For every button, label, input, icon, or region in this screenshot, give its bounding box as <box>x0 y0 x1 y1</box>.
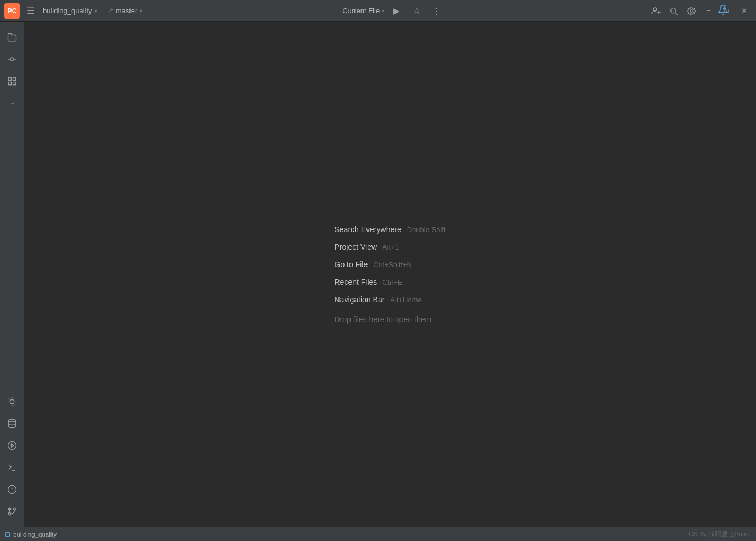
svg-point-0 <box>653 8 657 11</box>
search-button[interactable] <box>666 3 681 19</box>
svg-rect-12 <box>13 82 15 85</box>
svg-point-21 <box>8 442 16 450</box>
more-options-button[interactable]: ⋮ <box>428 3 444 19</box>
project-chevron-icon: ▾ <box>94 8 97 14</box>
folder-icon[interactable] <box>2 27 22 47</box>
problems-icon[interactable] <box>2 480 22 499</box>
svg-point-28 <box>13 508 16 510</box>
project-name: building_quality <box>43 7 92 15</box>
svg-line-17 <box>14 404 15 405</box>
minimize-button[interactable]: − <box>701 3 716 19</box>
plugins-icon[interactable] <box>2 71 22 91</box>
svg-marker-22 <box>11 444 14 447</box>
navigation-bar-item[interactable]: Navigation Bar Alt+Home <box>335 295 446 304</box>
svg-rect-9 <box>8 77 11 80</box>
titlebar-right: − □ ✕ <box>648 3 752 19</box>
sidebar: ··· <box>0 22 24 527</box>
recent-files-item[interactable]: Recent Files Ctrl+E <box>335 278 446 286</box>
svg-point-5 <box>690 10 692 12</box>
svg-point-3 <box>671 8 676 13</box>
svg-line-16 <box>9 398 9 399</box>
close-button[interactable]: ✕ <box>736 3 752 19</box>
branch-selector[interactable]: ⎇ master ▾ <box>106 7 143 15</box>
services-icon[interactable] <box>2 392 22 412</box>
goto-file-item[interactable]: Go to File Ctrl+Shift+N <box>335 260 446 269</box>
search-everywhere-item[interactable]: Search Everywhere Double Shift <box>335 225 446 234</box>
branch-icon: ⎇ <box>106 7 114 15</box>
vcs-icon[interactable] <box>2 501 22 521</box>
hamburger-menu-icon[interactable]: ☰ <box>24 4 37 18</box>
watermark: CSDN @阿里山Paris. <box>689 530 751 538</box>
svg-point-20 <box>8 420 16 422</box>
notification-bell[interactable] <box>718 4 729 18</box>
current-file-selector[interactable]: Current File ▾ <box>342 7 385 15</box>
current-file-chevron-icon: ▾ <box>382 8 385 14</box>
statusbar: building_quality CSDN @阿里山Paris. <box>0 527 756 541</box>
main-layout: ··· <box>0 22 756 527</box>
svg-rect-11 <box>8 82 11 85</box>
svg-point-13 <box>10 399 14 404</box>
star-button[interactable]: ☆ <box>409 3 424 19</box>
titlebar-center: Current File ▾ ▶ ☆ ⋮ <box>142 3 644 19</box>
settings-button[interactable] <box>684 3 699 19</box>
git-commit-icon[interactable] <box>2 49 22 69</box>
titlebar: PC ☰ building_quality ▾ ⎇ master ▾ Curre… <box>0 0 756 22</box>
app-logo: PC <box>4 3 20 19</box>
database-icon[interactable] <box>2 414 22 433</box>
run-button[interactable]: ▶ <box>389 3 404 19</box>
project-selector[interactable]: building_quality ▾ <box>43 7 97 15</box>
terminal-icon[interactable] <box>2 458 22 477</box>
run-config-icon[interactable] <box>2 436 22 455</box>
project-view-item[interactable]: Project View Alt+1 <box>335 243 446 251</box>
branch-name: master <box>116 7 138 15</box>
more-tools-icon[interactable]: ··· <box>2 93 22 113</box>
svg-rect-10 <box>13 77 15 80</box>
svg-point-6 <box>10 58 14 61</box>
current-file-label: Current File <box>342 7 380 15</box>
welcome-panel: Search Everywhere Double Shift Project V… <box>335 225 446 324</box>
svg-point-29 <box>8 512 11 515</box>
add-user-button[interactable] <box>648 3 664 19</box>
drop-files-hint: Drop files here to open them <box>335 315 446 324</box>
project-status-dot <box>5 532 10 537</box>
svg-line-4 <box>675 13 678 15</box>
notification-dot <box>723 7 726 10</box>
statusbar-project[interactable]: building_quality <box>5 531 57 538</box>
editor-content: Search Everywhere Double Shift Project V… <box>24 22 756 527</box>
statusbar-project-name: building_quality <box>13 531 57 538</box>
